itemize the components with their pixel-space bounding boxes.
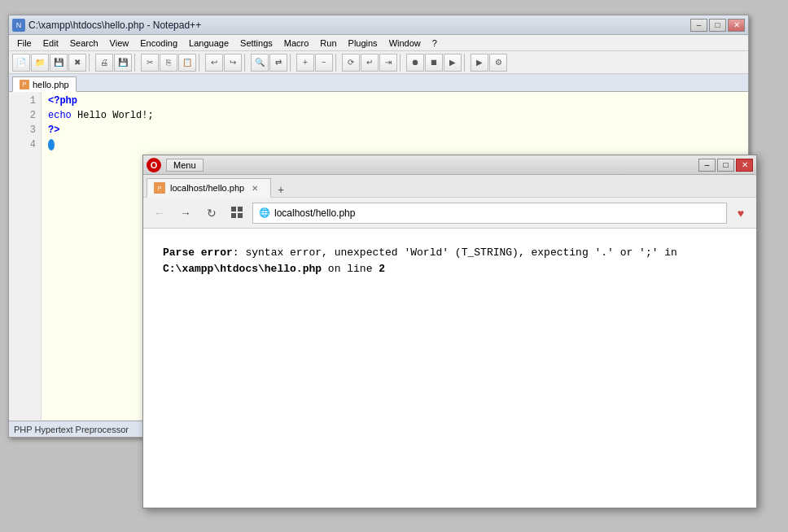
npp-maximize-button[interactable]: □ <box>709 19 726 32</box>
svg-rect-0 <box>231 207 236 211</box>
npp-title-text: C:\xampp\htdocs\hello.php - Notepad++ <box>28 20 201 31</box>
menu-language[interactable]: Language <box>184 37 234 50</box>
browser-window: O Menu – □ ✕ P localhost/hello.php ✕ + ←… <box>142 155 757 508</box>
error-colon: : syntax error, unexpected 'World' (T_ST… <box>233 246 677 259</box>
menu-search[interactable]: Search <box>65 37 103 50</box>
menu-view[interactable]: View <box>105 37 134 50</box>
cursor <box>48 139 55 150</box>
toolbar-copy[interactable]: ⎘ <box>160 54 177 72</box>
menu-run[interactable]: Run <box>315 37 341 50</box>
code-line-3: ?> <box>48 123 742 137</box>
svg-rect-2 <box>231 213 236 218</box>
toolbar-save2[interactable]: 💾 <box>114 54 132 72</box>
browser-title-left: O Menu <box>147 158 204 172</box>
address-bar[interactable]: 🌐 localhost/hello.php <box>252 203 727 224</box>
notepadpp-icon: N <box>12 19 25 32</box>
error-label: Parse error <box>163 246 233 259</box>
npp-tab-label: hello.php <box>33 80 69 89</box>
address-text: localhost/hello.php <box>274 207 721 219</box>
npp-minimize-button[interactable]: – <box>690 19 707 32</box>
toolbar-sep4 <box>244 54 248 72</box>
line-num-3: 3 <box>9 123 36 137</box>
php-close-tag: ?> <box>48 123 59 137</box>
npp-toolbar: 📄 📁 💾 ✖ 🖨 💾 ✂ ⎘ 📋 ↩ ↪ 🔍 ⇄ + − ⟳ ↵ ⇥ ⏺ ⏹ … <box>9 51 748 74</box>
toolbar-closeall[interactable]: ✖ <box>68 54 86 72</box>
code-line-2: echo Hello World!; <box>48 108 742 123</box>
svg-rect-1 <box>238 207 243 211</box>
toolbar-find[interactable]: 🔍 <box>251 54 269 72</box>
grid-button[interactable] <box>226 203 249 224</box>
npp-menubar: File Edit Search View Encoding Language … <box>9 35 748 51</box>
toolbar-sep1 <box>89 54 93 72</box>
menu-macro[interactable]: Macro <box>279 37 314 50</box>
toolbar-run[interactable]: ▶ <box>471 54 488 72</box>
toolbar-sep5 <box>290 54 294 72</box>
menu-settings[interactable]: Settings <box>235 37 278 50</box>
address-globe-icon: 🌐 <box>258 207 271 220</box>
npp-title-left: N C:\xampp\htdocs\hello.php - Notepad++ <box>12 19 201 32</box>
forward-button[interactable]: → <box>174 203 197 224</box>
browser-titlebar: O Menu – □ ✕ <box>143 155 756 175</box>
browser-title-controls: – □ ✕ <box>698 159 753 172</box>
reload-button[interactable]: ↻ <box>200 203 223 224</box>
tab-favicon: P <box>154 182 165 194</box>
toolbar-macro-stop[interactable]: ⏹ <box>425 54 443 72</box>
npp-title-controls: – □ ✕ <box>690 19 745 32</box>
hello-text: Hello World!; <box>77 108 154 123</box>
toolbar-sep6 <box>335 54 339 72</box>
npp-status-text: PHP Hypertext Preprocessor <box>14 425 129 434</box>
toolbar-zoom-out[interactable]: − <box>315 54 333 72</box>
npp-tabbar: P hello.php <box>9 74 748 92</box>
browser-close-button[interactable]: ✕ <box>736 159 753 172</box>
toolbar-zoom-in[interactable]: + <box>296 54 314 72</box>
line-num-2: 2 <box>9 108 36 123</box>
browser-content: Parse error: syntax error, unexpected 'W… <box>143 229 756 293</box>
menu-plugins[interactable]: Plugins <box>344 37 383 50</box>
toolbar-open[interactable]: 📁 <box>31 54 49 72</box>
browser-tab-label: localhost/hello.php <box>170 183 244 193</box>
toolbar-macro-record[interactable]: ⏺ <box>406 54 424 72</box>
toolbar-paste[interactable]: 📋 <box>178 54 196 72</box>
toolbar-save[interactable]: 💾 <box>50 54 68 72</box>
menu-window[interactable]: Window <box>384 37 426 50</box>
toolbar-undo[interactable]: ↩ <box>205 54 223 72</box>
back-button[interactable]: ← <box>148 203 171 224</box>
npp-tab-hello[interactable]: P hello.php <box>12 76 77 92</box>
toolbar-settings[interactable]: ⚙ <box>489 54 507 72</box>
php-open-tag: <?php <box>48 94 77 108</box>
toolbar-new[interactable]: 📄 <box>12 54 30 72</box>
toolbar-macro-play[interactable]: ▶ <box>444 54 462 72</box>
toolbar-cut[interactable]: ✂ <box>141 54 159 72</box>
svg-rect-3 <box>238 213 243 218</box>
echo-keyword: echo <box>48 108 72 123</box>
toolbar-print[interactable]: 🖨 <box>95 54 113 72</box>
npp-titlebar: N C:\xampp\htdocs\hello.php - Notepad++ … <box>9 15 748 35</box>
menu-help[interactable]: ? <box>427 37 442 50</box>
php-file-icon: P <box>20 80 29 89</box>
toolbar-wrap[interactable]: ↵ <box>361 54 379 72</box>
browser-tab-close[interactable]: ✕ <box>249 182 260 194</box>
browser-maximize-button[interactable]: □ <box>717 159 734 172</box>
npp-close-button[interactable]: ✕ <box>728 19 745 32</box>
error-filepath: C:\xampp\htdocs\hello.php <box>163 263 322 275</box>
menu-encoding[interactable]: Encoding <box>135 37 182 50</box>
line-numbers: 1 2 3 4 <box>9 92 42 420</box>
parse-error-message: Parse error: syntax error, unexpected 'W… <box>163 245 737 277</box>
toolbar-sep2 <box>134 54 138 72</box>
toolbar-sync[interactable]: ⟳ <box>342 54 360 72</box>
toolbar-replace[interactable]: ⇄ <box>269 54 287 72</box>
browser-menu-button[interactable]: Menu <box>166 159 204 172</box>
browser-tab-active[interactable]: P localhost/hello.php ✕ <box>147 178 271 198</box>
error-line-text: on line <box>322 263 379 275</box>
toolbar-sep3 <box>199 54 203 72</box>
opera-icon: O <box>147 158 161 172</box>
menu-edit[interactable]: Edit <box>38 37 63 50</box>
browser-minimize-button[interactable]: – <box>698 159 716 172</box>
toolbar-indent[interactable]: ⇥ <box>379 54 397 72</box>
menu-file[interactable]: File <box>12 37 37 50</box>
browser-tabbar: P localhost/hello.php ✕ + <box>143 175 756 198</box>
new-tab-button[interactable]: + <box>271 181 291 198</box>
code-line-4 <box>48 137 742 152</box>
toolbar-redo[interactable]: ↪ <box>224 54 242 72</box>
bookmark-button[interactable]: ♥ <box>730 203 751 224</box>
